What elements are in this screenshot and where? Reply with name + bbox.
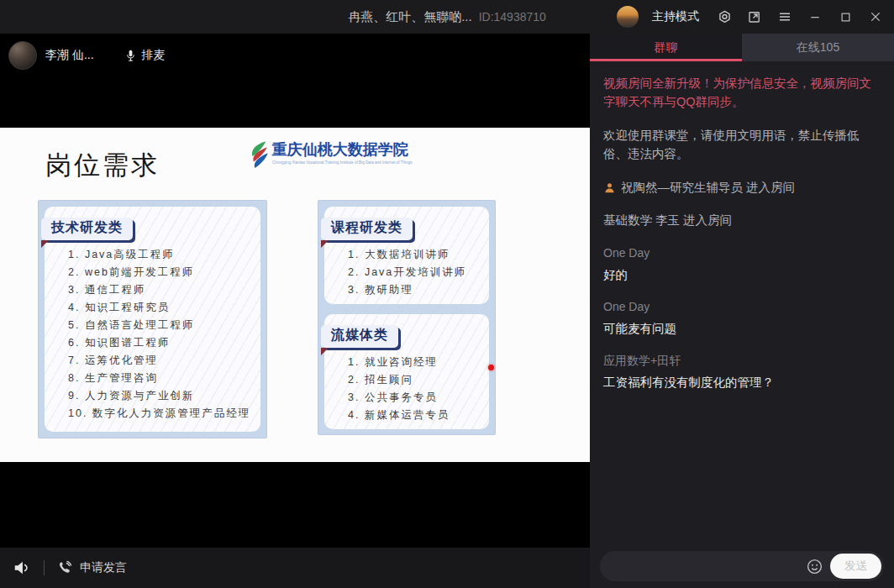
chat-message-announcement: 视频房间全新升级！为保护信息安全，视频房间文字聊天不再与QQ群同步。 <box>603 74 881 112</box>
menu-icon[interactable] <box>776 8 793 25</box>
emoji-icon[interactable] <box>806 558 823 575</box>
host-avatar[interactable] <box>617 6 639 28</box>
chat-message-text: 基础数学 李玉 进入房间 <box>603 211 732 229</box>
job-list-item: 2. web前端开发工程师 <box>68 264 254 281</box>
main-area: 李潮 仙... 排麦 岗位需求 <box>0 34 894 588</box>
presentation-slide: 岗位需求 重庆仙桃大数据学院 Chongqing Xiantao Vocatio… <box>0 128 590 462</box>
chat-message-text: 欢迎使用群课堂，请使用文明用语，禁止传播低俗、违法内容。 <box>603 129 860 160</box>
slide-title: 岗位需求 <box>45 148 160 183</box>
job-box-container-left: 技术研发类1. Java高级工程师2. web前端开发工程师3. 通信工程师4.… <box>38 200 267 438</box>
job-box-container-right: 课程研发类1. 大数据培训讲师2. Java开发培训讲师3. 教研助理流媒体类1… <box>318 200 496 435</box>
job-category-panel: 流媒体类1. 就业咨询经理2. 招生顾问3. 公共事务专员4. 新媒体运营专员 <box>324 314 489 429</box>
chat-sidebar: 群聊 在线105 视频房间全新升级！为保护信息安全，视频房间文字聊天不再与QQ群… <box>590 34 894 588</box>
app-window: 冉燕、红叶、無聯啲... ID:14938710 主持模式 <box>0 0 894 588</box>
chat-message-text: 工资福利有没有制度化的管理？ <box>603 373 881 391</box>
school-logo-subtext: Chongqing Xiantao Vocational Training In… <box>272 160 413 165</box>
job-list-item: 1. 就业咨询经理 <box>348 354 482 371</box>
request-speak-label: 申请发言 <box>80 560 127 575</box>
job-category-panel: 课程研发类1. 大数据培训讲师2. Java开发培训讲师3. 教研助理 <box>324 207 489 304</box>
badge-fold-decoration <box>321 348 329 355</box>
titlebar: 冉燕、红叶、無聯啲... ID:14938710 主持模式 <box>0 0 894 34</box>
minimize-button[interactable] <box>807 8 823 25</box>
room-id: ID:14938710 <box>479 10 546 24</box>
speaker-icon[interactable] <box>12 558 32 578</box>
tab-group-chat[interactable]: 群聊 <box>590 34 742 61</box>
close-button[interactable] <box>867 8 884 25</box>
chat-message-user: One Day可能麦有问题 <box>603 298 881 338</box>
job-list-item: 1. 大数据培训讲师 <box>348 246 482 264</box>
room-title: 冉燕、红叶、無聯啲... <box>348 9 472 25</box>
presenter-name: 李潮 仙... <box>45 48 94 63</box>
school-logo: 重庆仙桃大数据学院 Chongqing Xiantao Vocational T… <box>246 139 576 171</box>
phone-icon <box>56 559 73 576</box>
sidebar-tabs: 群聊 在线105 <box>590 34 894 61</box>
chat-message-user: One Day好的 <box>603 244 881 284</box>
chat-message-text: 祝陶然—研究生辅导员 进入房间 <box>621 178 795 197</box>
chat-message-text: 可能麦有问题 <box>603 319 881 338</box>
school-logo-icon <box>246 139 270 171</box>
job-list-item: 8. 生产管理咨询 <box>68 370 254 387</box>
request-speak-button[interactable]: 申请发言 <box>56 559 127 576</box>
chat-message-text: 视频房间全新升级！为保护信息安全，视频房间文字聊天不再与QQ群同步。 <box>603 76 871 108</box>
chat-input-bar: 发送 <box>590 544 894 588</box>
presenter-row: 李潮 仙... 排麦 <box>8 39 166 72</box>
job-category-badge: 课程研发类 <box>321 218 413 240</box>
maximize-button[interactable] <box>837 8 854 25</box>
settings-icon[interactable] <box>716 8 733 25</box>
job-list-item: 2. 招生顾问 <box>348 371 482 389</box>
queue-mic-button[interactable]: 排麦 <box>124 48 166 63</box>
badge-fold-decoration <box>41 240 49 248</box>
job-list-item: 3. 通信工程师 <box>68 281 254 299</box>
queue-mic-label: 排麦 <box>142 48 166 63</box>
job-list-item: 10. 数字化人力资源管理产品经理 <box>68 405 254 423</box>
job-list-item: 6. 知识图谱工程师 <box>68 334 254 352</box>
job-list-item: 2. Java开发培训讲师 <box>348 264 482 281</box>
chat-input[interactable]: 发送 <box>600 551 884 581</box>
popout-icon[interactable] <box>746 8 763 25</box>
member-icon <box>603 181 616 194</box>
job-list-item: 3. 公共事务专员 <box>348 389 482 407</box>
badge-fold-decoration <box>321 240 329 248</box>
tab-online-members[interactable]: 在线105 <box>742 34 894 61</box>
job-list-item: 4. 新媒体运营专员 <box>348 407 482 424</box>
titlebar-controls: 主持模式 <box>617 0 884 34</box>
divider <box>44 560 45 575</box>
school-logo-text: 重庆仙桃大数据学院 <box>272 139 576 160</box>
chat-message-system: 欢迎使用群课堂，请使用文明用语，禁止传播低俗、违法内容。 <box>603 126 881 164</box>
job-category-badge: 技术研发类 <box>41 218 133 240</box>
job-list-item: 4. 知识工程研究员 <box>68 299 254 317</box>
job-list-item: 1. Java高级工程师 <box>68 246 254 264</box>
job-list-item: 5. 自然语言处理工程师 <box>68 317 254 334</box>
chat-message-user: 应用数学+田轩工资福利有没有制度化的管理？ <box>603 352 881 391</box>
job-list-item: 7. 运筹优化管理 <box>68 352 254 370</box>
presenter-avatar[interactable] <box>8 41 37 70</box>
laser-pointer-dot <box>488 365 494 370</box>
job-list-item: 3. 教研助理 <box>348 281 482 299</box>
chat-message-text: 好的 <box>603 265 881 284</box>
host-mode-label: 主持模式 <box>652 9 699 24</box>
chat-message-list[interactable]: 视频房间全新升级！为保护信息安全，视频房间文字聊天不再与QQ群同步。欢迎使用群课… <box>590 61 894 544</box>
job-category-panel: 技术研发类1. Java高级工程师2. web前端开发工程师3. 通信工程师4.… <box>45 207 260 432</box>
chat-sender-name: One Day <box>603 244 881 263</box>
send-button[interactable]: 发送 <box>830 554 881 579</box>
microphone-icon <box>124 49 137 63</box>
chat-message-entry: 祝陶然—研究生辅导员 进入房间 <box>603 178 881 197</box>
chat-sender-name: 应用数学+田轩 <box>603 352 881 370</box>
stage-bottom-bar: 申请发言 <box>0 548 590 588</box>
job-category-badge: 流媒体类 <box>321 325 398 348</box>
chat-message-entry: 基础数学 李玉 进入房间 <box>603 211 881 229</box>
job-list-item: 9. 人力资源与产业创新 <box>68 387 254 405</box>
video-stage: 李潮 仙... 排麦 岗位需求 <box>0 34 590 588</box>
chat-sender-name: One Day <box>603 298 881 317</box>
